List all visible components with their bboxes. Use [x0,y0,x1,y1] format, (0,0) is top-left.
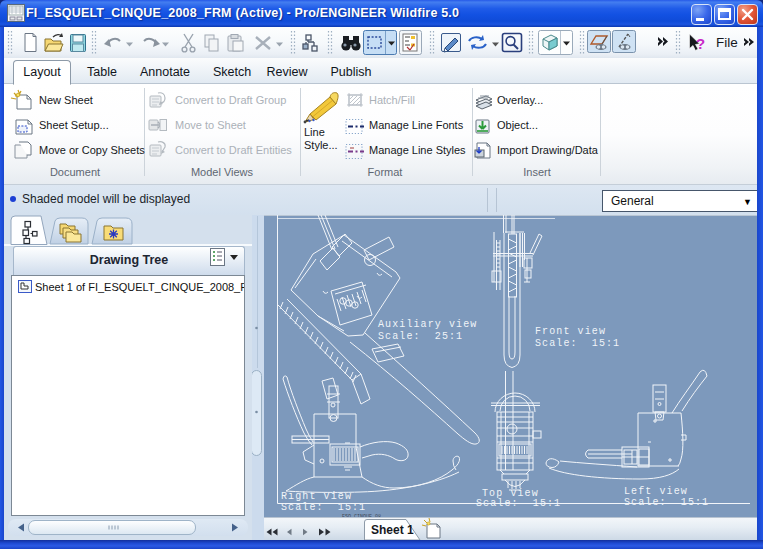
svg-text:Scale: 25:1: Scale: 25:1 [378,331,463,342]
svg-text:Front view: Front view [535,326,606,337]
svg-text:Scale: 15:1: Scale: 15:1 [476,498,561,509]
svg-text:Sheet 1: Sheet 1 [371,523,414,537]
svg-text:Auxiliary view: Auxiliary view [378,319,477,330]
svg-text:Right view: Right view [281,491,352,502]
svg-text:File: File [716,35,738,50]
svg-text:?: ? [696,35,705,52]
svg-text:Scale: 15:1: Scale: 15:1 [281,502,366,513]
svg-text:Scale: 15:1: Scale: 15:1 [535,338,620,349]
svg-text:Left view: Left view [624,486,688,497]
svg-text:Scale: 15:1: Scale: 15:1 [624,497,709,508]
